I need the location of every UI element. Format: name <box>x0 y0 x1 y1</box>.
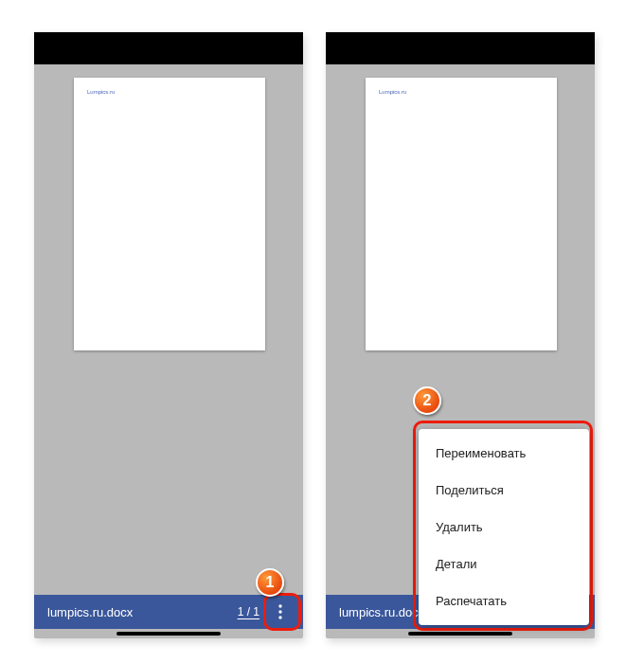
annotation-badge-2: 2 <box>413 386 441 415</box>
svg-point-0 <box>278 604 281 607</box>
menu-item-print[interactable]: Распечатать <box>419 582 589 619</box>
document-page: Lumpics.ru <box>366 78 557 350</box>
svg-point-1 <box>278 610 281 613</box>
comparison-stage: Lumpics.ru lumpics.ru.docx 1 / 1 1 Lumpi… <box>0 0 644 663</box>
status-bar <box>326 32 595 64</box>
status-bar <box>34 32 303 64</box>
menu-item-rename[interactable]: Переименовать <box>419 435 589 472</box>
more-options-button[interactable] <box>267 599 294 625</box>
menu-item-details[interactable]: Детали <box>419 546 589 582</box>
document-body-text: Lumpics.ru <box>379 89 406 95</box>
annotation-badge-1: 1 <box>256 568 284 597</box>
document-viewport[interactable]: Lumpics.ru <box>34 64 303 595</box>
home-indicator <box>408 632 512 636</box>
phone-screenshot-2: Lumpics.ru lumpics.ru.docx 1 / 1 Переиме… <box>326 32 595 638</box>
bottom-toolbar: lumpics.ru.docx 1 / 1 <box>34 595 303 629</box>
context-menu: Переименовать Поделиться Удалить Детали … <box>419 429 589 625</box>
filename-label: lumpics.ru.docx <box>47 605 238 619</box>
home-indicator <box>116 632 221 636</box>
document-body-text: Lumpics.ru <box>87 89 115 95</box>
kebab-icon <box>278 604 282 619</box>
phone-screenshot-1: Lumpics.ru lumpics.ru.docx 1 / 1 1 <box>34 32 303 638</box>
svg-point-2 <box>278 616 281 618</box>
page-count-indicator[interactable]: 1 / 1 <box>238 605 259 618</box>
document-page: Lumpics.ru <box>74 78 265 350</box>
menu-item-delete[interactable]: Удалить <box>419 509 589 546</box>
menu-item-share[interactable]: Поделиться <box>419 472 589 509</box>
